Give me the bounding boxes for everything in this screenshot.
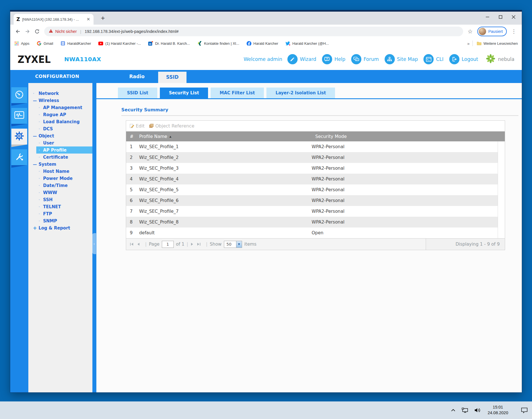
- configuration-tab[interactable]: [11, 129, 27, 144]
- tree-expand-marker[interactable]: +: [33, 225, 39, 231]
- logout-link[interactable]: Logout: [449, 54, 478, 64]
- maintenance-tab[interactable]: [11, 149, 27, 165]
- wizard-link[interactable]: Wizard: [287, 54, 316, 64]
- sidebar-item-snmp[interactable]: ·SNMP: [28, 217, 92, 224]
- close-button[interactable]: [507, 12, 520, 22]
- table-row[interactable]: 1Wiz_SEC_Profile_1WPA2-Personal: [126, 141, 498, 152]
- bookmark-xing[interactable]: Kontakte finden | XI...: [197, 41, 239, 46]
- first-page-icon[interactable]: [130, 242, 134, 246]
- tree-collapse-marker[interactable]: —: [33, 134, 39, 138]
- bookmark-haraldkarcher[interactable]: HaraldKarcher: [61, 41, 91, 46]
- sidebar-item-telnet[interactable]: ·TELNET: [28, 203, 92, 210]
- table-row[interactable]: 7Wiz_SEC_Profile_7WPA2-Personal: [126, 206, 498, 217]
- tree-marker: ·: [39, 155, 43, 159]
- sidebar-item-object[interactable]: —Object: [28, 132, 92, 139]
- monitor-tab[interactable]: [11, 108, 27, 124]
- page-size-select[interactable]: 50 ▼: [224, 241, 242, 248]
- table-row[interactable]: 6Wiz_SEC_Profile_6WPA2-Personal: [126, 195, 498, 206]
- tree-marker: ·: [39, 127, 43, 131]
- reload-icon[interactable]: [32, 27, 42, 36]
- tab-close-icon[interactable]: ✕: [86, 17, 91, 22]
- column-header-security-mode[interactable]: Security Mode: [315, 134, 505, 139]
- last-page-icon[interactable]: [197, 242, 201, 246]
- table-row[interactable]: 9defaultOpen: [126, 227, 498, 238]
- bookmark-facebook[interactable]: Harald Karcher: [247, 41, 278, 46]
- security-mode: WPA2-Personal: [312, 144, 498, 149]
- bookmarks-overflow-chevron[interactable]: »: [467, 41, 469, 46]
- table-row[interactable]: 8Wiz_SEC_Profile_8WPA2-Personal: [126, 217, 498, 227]
- forward-icon[interactable]: [23, 27, 32, 36]
- forum-link[interactable]: Forum: [351, 54, 379, 64]
- sidebar-item-certificate[interactable]: ·Certificate: [28, 154, 92, 161]
- help-link[interactable]: ? Help: [322, 54, 346, 64]
- bookmark-youtube[interactable]: (1) Harald Karcher -...: [98, 41, 141, 46]
- sidebar-item-www[interactable]: ·WWW: [28, 189, 92, 196]
- sidebar-item-system[interactable]: —System: [28, 161, 92, 168]
- edit-button[interactable]: Edit: [130, 123, 145, 129]
- security-label[interactable]: Nicht sicher: [55, 29, 77, 34]
- object-reference-button[interactable]: Object Reference: [149, 123, 194, 129]
- security-mode: WPA2-Personal: [312, 155, 498, 160]
- maximize-button[interactable]: [494, 12, 507, 22]
- bookmark-star-icon[interactable]: ☆: [465, 28, 475, 35]
- tray-speaker-icon[interactable]: [474, 407, 481, 413]
- tray-network-display-icon[interactable]: [461, 407, 468, 413]
- sidebar-item-network[interactable]: ·Network: [28, 90, 92, 97]
- subtab-security-list[interactable]: Security List: [160, 88, 208, 98]
- dashboard-tab[interactable]: [11, 87, 27, 103]
- browser-tab[interactable]: Z [NWA110AX] (192.168.178.34) - ... ✕: [14, 14, 94, 25]
- tab-ssid[interactable]: SSID: [158, 72, 186, 83]
- table-row[interactable]: 4Wiz_SEC_Profile_4WPA2-Personal: [126, 174, 498, 184]
- sitemap-link[interactable]: Site Map: [385, 54, 418, 64]
- sidebar-item-load-balancing[interactable]: ·Load Balancing: [28, 118, 92, 125]
- bookmark-twitter[interactable]: Harald Karcher (@H...: [285, 41, 329, 46]
- page-number-input[interactable]: 1: [162, 241, 174, 248]
- sidebar-item-wireless[interactable]: —Wireless: [28, 97, 92, 104]
- sidebar-item-date-time[interactable]: ·Date/Time: [28, 182, 92, 189]
- bookmark-gmail[interactable]: Gmail: [37, 41, 53, 46]
- taskbar-clock[interactable]: 15:01 24.08.2020: [488, 405, 508, 416]
- new-tab-button[interactable]: +: [99, 14, 107, 22]
- table-row[interactable]: 2Wiz_SEC_Profile_2WPA2-Personal: [126, 152, 498, 163]
- next-page-icon[interactable]: [190, 242, 194, 246]
- sidebar-collapse-handle[interactable]: ‹: [92, 233, 96, 254]
- action-center-icon[interactable]: [521, 407, 528, 413]
- sidebar-item-ftp[interactable]: ·FTP: [28, 210, 92, 217]
- address-bar[interactable]: Nicht sicher | 192.168.178.34/ext-js/web…: [44, 27, 463, 36]
- bookmark-apps[interactable]: Apps: [14, 41, 29, 46]
- back-icon[interactable]: [13, 27, 23, 36]
- table-row[interactable]: 5Wiz_SEC_Profile_5WPA2-Personal: [126, 184, 498, 195]
- cli-link[interactable]: CLI: [423, 54, 443, 64]
- tree-collapse-marker[interactable]: —: [33, 98, 39, 103]
- sidebar-item-rogue-ap[interactable]: ·Rogue AP: [28, 111, 92, 118]
- tab-radio[interactable]: Radio: [126, 74, 148, 79]
- browser-menu-icon[interactable]: ⋮: [509, 28, 519, 35]
- subtab-layer2-isolation-list[interactable]: Layer-2 Isolation List: [266, 88, 335, 98]
- subtab-ssid-list[interactable]: SSID List: [118, 88, 157, 98]
- more-bookmarks[interactable]: Weitere Lesezeichen: [477, 41, 518, 46]
- sidebar-item-log-report[interactable]: +Log & Report: [28, 224, 92, 231]
- bookmark-linkedin[interactable]: in Dr. Harald B. Karch...: [148, 41, 190, 46]
- subtab-bar: SSID List Security List MAC Filter List …: [96, 88, 522, 98]
- tray-chevron-up-icon[interactable]: [451, 408, 456, 412]
- sidebar-item-power-mode[interactable]: ·Power Mode: [28, 175, 92, 182]
- profile-button[interactable]: Pausiert: [477, 27, 507, 36]
- sidebar-item-ssh[interactable]: ·SSH: [28, 196, 92, 203]
- sidebar-item-dcs[interactable]: ·DCS: [28, 125, 92, 132]
- sidebar-item-user[interactable]: ·User: [28, 139, 92, 146]
- table-row[interactable]: 3Wiz_SEC_Profile_3WPA2-Personal: [126, 163, 498, 174]
- minimize-button[interactable]: [481, 12, 494, 22]
- nebula-link[interactable]: nebula: [485, 53, 514, 65]
- sidebar-item-host-name[interactable]: ·Host Name: [28, 168, 92, 175]
- sort-ascending-icon[interactable]: ▲: [169, 135, 171, 138]
- url-text[interactable]: 192.168.178.34/ext-js/web-pages/index/in…: [85, 29, 179, 34]
- tree-collapse-marker[interactable]: —: [33, 162, 39, 167]
- subtab-mac-filter-list[interactable]: MAC Filter List: [211, 88, 264, 98]
- sidebar-item-ap-profile[interactable]: ·AP Profile: [36, 146, 92, 154]
- previous-page-icon[interactable]: [137, 242, 140, 246]
- column-header-index[interactable]: #: [126, 134, 139, 139]
- chevron-down-icon[interactable]: ▼: [236, 241, 242, 248]
- sidebar-item-label: Date/Time: [43, 183, 68, 188]
- sidebar-item-ap-management[interactable]: ·AP Management: [28, 104, 92, 111]
- column-header-profile-name[interactable]: Profile Name ▲: [139, 134, 315, 139]
